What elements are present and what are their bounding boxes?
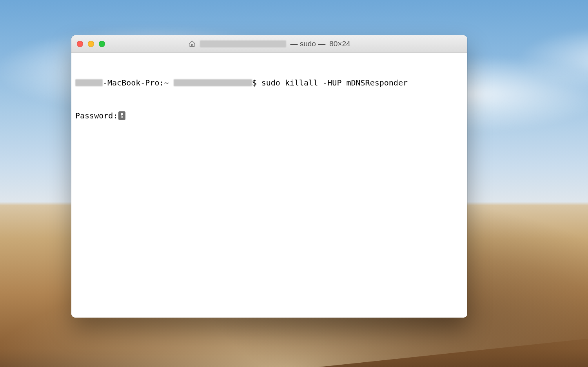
terminal-line-2: Password:	[75, 110, 463, 121]
redacted-title-segment	[200, 40, 286, 47]
redacted-username	[174, 79, 252, 86]
terminal-line-1: -MacBook-Pro:~ $ sudo killall -HUP mDNSR…	[75, 77, 463, 88]
window-titlebar[interactable]: — sudo — 80×24	[71, 35, 467, 53]
title-dimensions: 80×24	[329, 40, 350, 48]
traffic-lights	[77, 41, 105, 47]
svg-point-1	[121, 113, 123, 115]
svg-rect-0	[192, 44, 193, 47]
svg-rect-2	[122, 115, 122, 118]
zoom-button[interactable]	[99, 41, 105, 47]
desktop-background: — sudo — 80×24 -MacBook-Pro:~ $ sudo kil…	[0, 0, 588, 367]
key-icon	[118, 111, 125, 120]
svg-rect-3	[122, 116, 123, 117]
window-title: — sudo — 80×24	[71, 40, 467, 48]
title-process: — sudo —	[290, 40, 325, 48]
terminal-window[interactable]: — sudo — 80×24 -MacBook-Pro:~ $ sudo kil…	[71, 35, 467, 318]
password-label: Password:	[75, 110, 118, 121]
svg-rect-4	[122, 118, 123, 118]
home-icon	[188, 40, 196, 48]
prompt-symbol: $	[252, 77, 261, 88]
prompt-host-suffix: -MacBook-Pro:~	[103, 77, 174, 88]
command-text: sudo killall -HUP mDNSResponder	[261, 77, 408, 88]
terminal-content[interactable]: -MacBook-Pro:~ $ sudo killall -HUP mDNSR…	[71, 53, 467, 318]
close-button[interactable]	[77, 41, 83, 47]
minimize-button[interactable]	[88, 41, 94, 47]
redacted-hostname	[75, 79, 103, 86]
